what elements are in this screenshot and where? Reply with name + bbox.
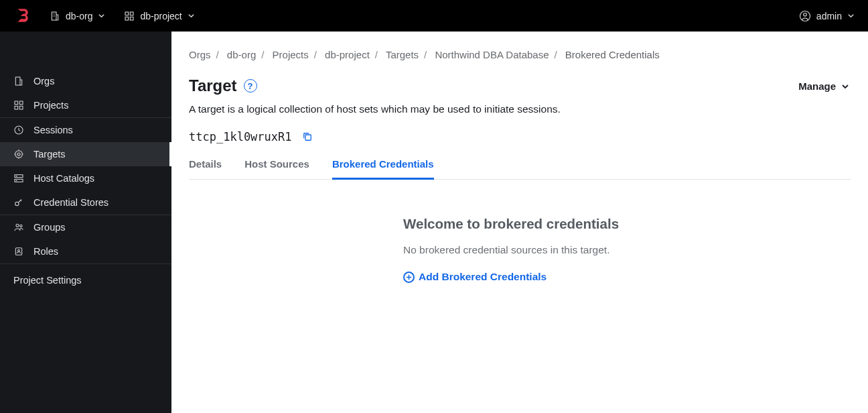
sidebar-item-label: Sessions <box>33 125 73 135</box>
grid-icon <box>124 11 135 21</box>
svg-rect-8 <box>15 101 18 105</box>
user-menu[interactable]: admin <box>799 10 855 22</box>
topbar-left: db-org db-project <box>13 7 195 25</box>
sidebar-item-label: Orgs <box>33 76 54 86</box>
empty-text: No brokered credential sources in this t… <box>403 244 751 256</box>
breadcrumb-link[interactable]: db-project <box>325 49 370 60</box>
svg-point-17 <box>16 176 17 176</box>
svg-point-13 <box>15 151 23 158</box>
server-icon <box>13 173 24 184</box>
empty-state: Welcome to brokered credentials No broke… <box>403 216 751 283</box>
svg-point-6 <box>804 13 807 16</box>
svg-rect-16 <box>15 179 23 182</box>
breadcrumb-link[interactable]: Targets <box>386 49 419 60</box>
chevron-down-icon <box>847 12 855 19</box>
project-selector[interactable]: db-project <box>124 11 194 21</box>
help-icon[interactable]: ? <box>244 79 257 93</box>
sidebar-item-label: Targets <box>33 149 66 160</box>
svg-rect-7 <box>15 77 20 85</box>
sidebar-item-credential-stores[interactable]: Credential Stores <box>0 190 171 215</box>
sidebar: Orgs Projects Sessions Targets <box>0 32 171 413</box>
svg-rect-24 <box>305 135 311 140</box>
sidebar-item-label: Projects <box>33 100 68 111</box>
org-selector[interactable]: db-org <box>50 11 105 21</box>
manage-button[interactable]: Manage <box>797 76 851 96</box>
breadcrumb-current: Brokered Credentials <box>565 49 660 60</box>
manage-label: Manage <box>798 80 836 92</box>
breadcrumb-link[interactable]: Projects <box>273 49 309 60</box>
svg-rect-0 <box>52 12 56 20</box>
svg-point-21 <box>20 225 22 227</box>
sidebar-item-label: Credential Stores <box>33 197 108 208</box>
tab-brokered-credentials[interactable]: Brokered Credentials <box>332 158 434 180</box>
user-icon <box>799 10 811 22</box>
page-title: Target <box>189 76 237 95</box>
sidebar-item-label: Project Settings <box>13 275 82 286</box>
building-icon <box>13 76 24 86</box>
app-logo[interactable] <box>13 7 31 25</box>
svg-point-20 <box>16 224 19 227</box>
chevron-down-icon <box>188 12 195 19</box>
sidebar-item-sessions[interactable]: Sessions <box>0 118 171 142</box>
sidebar-item-label: Host Catalogs <box>33 173 94 184</box>
badge-icon <box>13 246 24 257</box>
sidebar-item-targets[interactable]: Targets <box>0 142 171 166</box>
add-brokered-credentials-link[interactable]: Add Brokered Credentials <box>403 271 751 283</box>
sidebar-item-roles[interactable]: Roles <box>0 239 171 263</box>
tabs: Details Host Sources Brokered Credential… <box>189 158 851 180</box>
breadcrumb-link[interactable]: Orgs <box>189 49 211 60</box>
building-icon <box>50 11 60 21</box>
users-icon <box>13 222 24 233</box>
key-icon <box>13 197 24 208</box>
svg-point-18 <box>16 180 17 181</box>
sidebar-item-orgs[interactable]: Orgs <box>0 69 171 93</box>
page-subtitle: A target is a logical collection of host… <box>189 103 561 115</box>
main-content: Orgs/ db-org/ Projects/ db-project/ Targ… <box>171 32 868 413</box>
org-name: db-org <box>66 11 92 21</box>
sidebar-item-host-catalogs[interactable]: Host Catalogs <box>0 166 171 190</box>
plus-circle-icon <box>403 272 415 283</box>
svg-point-23 <box>18 249 20 251</box>
enter-icon <box>13 125 24 135</box>
sidebar-item-groups[interactable]: Groups <box>0 215 171 239</box>
sidebar-project-settings[interactable]: Project Settings <box>0 264 171 296</box>
sidebar-item-label: Roles <box>33 246 58 257</box>
chevron-down-icon <box>98 12 105 19</box>
breadcrumb-link[interactable]: db-org <box>227 49 256 60</box>
topbar: db-org db-project admin <box>0 0 868 32</box>
copy-icon[interactable] <box>301 131 313 143</box>
add-link-label: Add Brokered Credentials <box>419 271 547 283</box>
tab-details[interactable]: Details <box>189 158 222 179</box>
user-name: admin <box>816 11 842 21</box>
sidebar-item-projects[interactable]: Projects <box>0 93 171 117</box>
breadcrumb-link[interactable]: Northwind DBA Database <box>435 49 549 60</box>
svg-rect-1 <box>125 12 129 15</box>
breadcrumb: Orgs/ db-org/ Projects/ db-project/ Targ… <box>189 49 851 60</box>
empty-title: Welcome to brokered credentials <box>403 216 751 232</box>
svg-point-19 <box>15 202 19 205</box>
target-icon <box>13 149 24 160</box>
sidebar-item-label: Groups <box>33 222 66 233</box>
svg-rect-2 <box>131 12 134 15</box>
chevron-down-icon <box>841 82 849 91</box>
svg-rect-4 <box>131 17 134 20</box>
svg-rect-15 <box>15 175 23 178</box>
svg-point-14 <box>17 153 20 156</box>
tab-host-sources[interactable]: Host Sources <box>244 158 309 179</box>
svg-rect-9 <box>19 101 23 105</box>
project-name: db-project <box>140 11 182 21</box>
svg-rect-11 <box>19 106 23 109</box>
target-id: ttcp_1kl0wruxR1 <box>189 130 292 143</box>
svg-rect-10 <box>15 106 18 109</box>
grid-icon <box>13 100 24 111</box>
svg-rect-3 <box>125 17 129 20</box>
